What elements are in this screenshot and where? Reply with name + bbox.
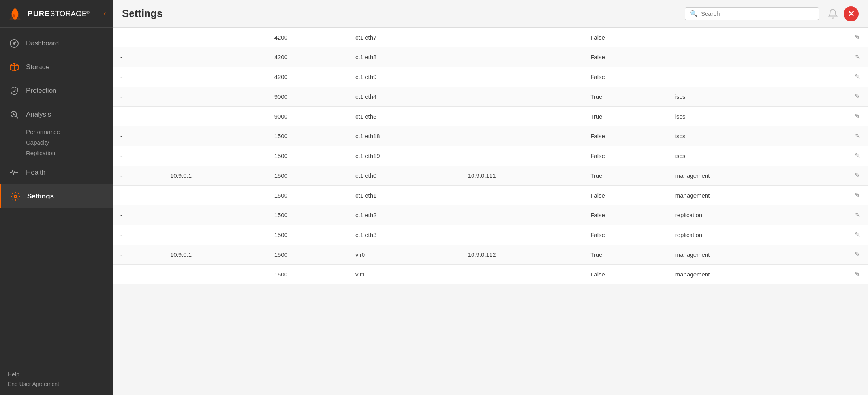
edit-cell-9[interactable]: ✎ — [808, 205, 868, 225]
edit-cell-5[interactable]: ✎ — [808, 126, 868, 146]
table-cell-8-0: - — [113, 186, 162, 205]
table-cell-4-0: - — [113, 107, 162, 126]
edit-icon[interactable]: ✎ — [855, 211, 860, 219]
table-cell-6-3: ct1.eth19 — [348, 146, 460, 166]
sidebar-toggle-icon[interactable]: ‹ — [104, 9, 106, 18]
table-cell-2-5: False — [582, 67, 667, 87]
table-cell-3-0: - — [113, 87, 162, 107]
table-cell-7-2: 1500 — [267, 166, 348, 186]
sidebar-label-analysis: Analysis — [26, 111, 51, 118]
search-input[interactable] — [701, 10, 814, 17]
sidebar: PURESTORAGE® ‹ Dashboard — [0, 0, 113, 395]
edit-icon[interactable]: ✎ — [855, 192, 860, 199]
table-cell-12-4 — [460, 265, 582, 284]
edit-cell-10[interactable]: ✎ — [808, 225, 868, 245]
table-cell-5-6: iscsi — [667, 126, 808, 146]
table-cell-1-0: - — [113, 47, 162, 67]
table-cell-6-5: False — [582, 146, 667, 166]
table-cell-10-1 — [162, 225, 267, 245]
alert-icon[interactable] — [825, 6, 840, 21]
table-cell-2-1 — [162, 67, 267, 87]
table-cell-6-2: 1500 — [267, 146, 348, 166]
sidebar-subitem-performance[interactable]: Performance — [26, 126, 113, 137]
logo-text: PURESTORAGE® — [28, 9, 90, 18]
edit-cell-3[interactable]: ✎ — [808, 87, 868, 107]
table-cell-11-1: 10.9.0.1 — [162, 245, 267, 265]
table-cell-9-1 — [162, 205, 267, 225]
edit-icon[interactable]: ✎ — [855, 152, 860, 160]
edit-icon[interactable]: ✎ — [855, 93, 860, 100]
table-cell-3-1 — [162, 87, 267, 107]
table-cell-12-0: - — [113, 265, 162, 284]
edit-icon[interactable]: ✎ — [855, 231, 860, 239]
table-row: -4200ct1.eth7False✎ — [113, 28, 868, 47]
eula-link[interactable]: End User Agreement — [8, 379, 105, 389]
table-row: -4200ct1.eth8False✎ — [113, 47, 868, 67]
table-cell-3-4 — [460, 87, 582, 107]
table-cell-3-3: ct1.eth4 — [348, 87, 460, 107]
sidebar-item-settings[interactable]: Settings — [0, 184, 113, 208]
table-row: -9000ct1.eth5Trueiscsi✎ — [113, 107, 868, 126]
edit-icon[interactable]: ✎ — [855, 132, 860, 140]
table-cell-7-3: ct1.eth0 — [348, 166, 460, 186]
table-cell-9-0: - — [113, 205, 162, 225]
table-row: -1500ct1.eth3Falsereplication✎ — [113, 225, 868, 245]
table-cell-2-3: ct1.eth9 — [348, 67, 460, 87]
table-cell-7-5: True — [582, 166, 667, 186]
edit-cell-2[interactable]: ✎ — [808, 67, 868, 87]
edit-cell-8[interactable]: ✎ — [808, 186, 868, 205]
edit-icon[interactable]: ✎ — [855, 53, 860, 61]
table-cell-7-6: management — [667, 166, 808, 186]
table-cell-4-1 — [162, 107, 267, 126]
protection-icon — [8, 85, 21, 97]
analysis-icon — [8, 108, 21, 121]
edit-icon[interactable]: ✎ — [855, 251, 860, 258]
storage-icon — [8, 61, 21, 73]
table-cell-6-6: iscsi — [667, 146, 808, 166]
edit-cell-1[interactable]: ✎ — [808, 47, 868, 67]
edit-cell-11[interactable]: ✎ — [808, 245, 868, 265]
table-cell-5-4 — [460, 126, 582, 146]
table-cell-1-4 — [460, 47, 582, 67]
table-cell-10-3: ct1.eth3 — [348, 225, 460, 245]
sidebar-item-protection[interactable]: Protection — [0, 79, 113, 103]
table-cell-4-2: 9000 — [267, 107, 348, 126]
close-button[interactable]: ✕ — [844, 6, 859, 21]
analysis-sub-menu: Performance Capacity Replication — [0, 126, 113, 161]
table-cell-4-3: ct1.eth5 — [348, 107, 460, 126]
sidebar-subitem-replication[interactable]: Replication — [26, 148, 113, 158]
table-cell-7-4: 10.9.0.111 — [460, 166, 582, 186]
table-cell-6-4 — [460, 146, 582, 166]
table-cell-12-1 — [162, 265, 267, 284]
sidebar-item-dashboard[interactable]: Dashboard — [0, 32, 113, 55]
edit-icon[interactable]: ✎ — [855, 73, 860, 81]
table-cell-2-2: 4200 — [267, 67, 348, 87]
edit-cell-0[interactable]: ✎ — [808, 28, 868, 47]
table-cell-5-3: ct1.eth18 — [348, 126, 460, 146]
help-link[interactable]: Help — [8, 370, 105, 379]
edit-cell-6[interactable]: ✎ — [808, 146, 868, 166]
edit-cell-12[interactable]: ✎ — [808, 265, 868, 284]
table-cell-7-1: 10.9.0.1 — [162, 166, 267, 186]
sidebar-item-storage[interactable]: Storage — [0, 55, 113, 79]
edit-icon[interactable]: ✎ — [855, 172, 860, 179]
sidebar-item-health[interactable]: Health — [0, 161, 113, 184]
search-box[interactable]: 🔍 — [685, 7, 819, 20]
table-cell-11-5: True — [582, 245, 667, 265]
edit-icon[interactable]: ✎ — [855, 34, 860, 41]
sidebar-item-analysis[interactable]: Analysis — [0, 103, 113, 126]
table-cell-8-2: 1500 — [267, 186, 348, 205]
table-row: -1500ct1.eth1Falsemanagement✎ — [113, 186, 868, 205]
table-cell-8-5: False — [582, 186, 667, 205]
table-cell-12-5: False — [582, 265, 667, 284]
table-cell-3-2: 9000 — [267, 87, 348, 107]
table-cell-2-4 — [460, 67, 582, 87]
edit-icon[interactable]: ✎ — [855, 113, 860, 120]
table-cell-8-6: management — [667, 186, 808, 205]
table-row: -10.9.0.11500ct1.eth010.9.0.111Truemanag… — [113, 166, 868, 186]
edit-icon[interactable]: ✎ — [855, 271, 860, 278]
table-cell-4-4 — [460, 107, 582, 126]
edit-cell-7[interactable]: ✎ — [808, 166, 868, 186]
sidebar-subitem-capacity[interactable]: Capacity — [26, 137, 113, 148]
edit-cell-4[interactable]: ✎ — [808, 107, 868, 126]
